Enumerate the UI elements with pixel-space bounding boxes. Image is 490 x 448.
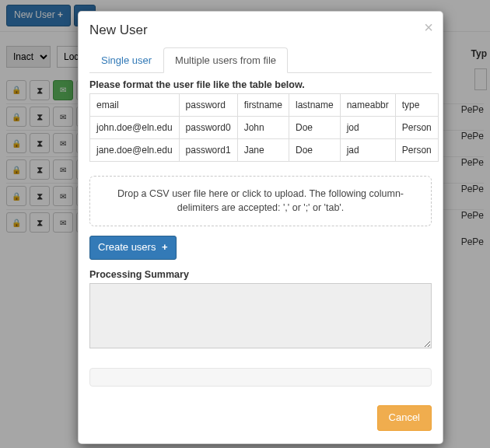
col-nameabbr: nameabbr — [340, 94, 395, 117]
col-lastname: lastname — [289, 94, 340, 117]
table-row: jane.doe@eln.edu password1 Jane Doe jad … — [90, 139, 439, 162]
modal-title: New User — [89, 23, 432, 38]
col-type: type — [395, 94, 438, 117]
tabs: Single user Multiple users from file — [89, 47, 432, 73]
csv-dropzone[interactable]: Drop a CSV user file here or click to up… — [89, 176, 432, 226]
progress-bar — [89, 368, 432, 387]
cell-type: Person — [395, 139, 438, 162]
cell-password: password1 — [179, 139, 237, 162]
cell-lastname: Doe — [289, 117, 340, 139]
create-users-button[interactable]: Create users — [89, 236, 177, 260]
modal-footer: Cancel — [79, 397, 443, 443]
new-user-modal: New User × Single user Multiple users fr… — [78, 11, 443, 444]
col-firstname: firstname — [237, 94, 289, 117]
tab-multiple-users-label: Multiple users from file — [163, 47, 288, 73]
cell-firstname: John — [237, 117, 289, 139]
cancel-button[interactable]: Cancel — [377, 405, 432, 431]
cell-lastname: Doe — [289, 139, 340, 162]
cell-nameabbr: jad — [340, 139, 395, 162]
format-instruction: Please format the user file like the tab… — [89, 79, 432, 90]
cell-firstname: Jane — [237, 139, 289, 162]
cell-type: Person — [395, 117, 438, 139]
cell-email: jane.doe@eln.edu — [90, 139, 180, 162]
plus-icon — [159, 241, 168, 253]
col-email: email — [90, 94, 180, 117]
create-users-label: Create users — [98, 241, 156, 253]
cell-email: john.doe@eln.edu — [90, 117, 180, 139]
cell-password: password0 — [179, 117, 237, 139]
col-password: password — [179, 94, 237, 117]
tab-single-user-label: Single user — [89, 47, 163, 73]
modal-header: New User × — [79, 12, 443, 47]
processing-summary-textarea[interactable] — [89, 283, 432, 348]
cell-nameabbr: jod — [340, 117, 395, 139]
close-icon[interactable]: × — [424, 19, 433, 35]
tab-single-user[interactable]: Single user — [89, 47, 163, 73]
table-row: john.doe@eln.edu password0 John Doe jod … — [90, 117, 439, 139]
sample-table: email password firstname lastname nameab… — [89, 93, 439, 162]
tab-multiple-users[interactable]: Multiple users from file — [163, 47, 288, 73]
processing-summary-label: Processing Summary — [89, 269, 432, 280]
modal-body: Single user Multiple users from file Ple… — [79, 47, 443, 397]
